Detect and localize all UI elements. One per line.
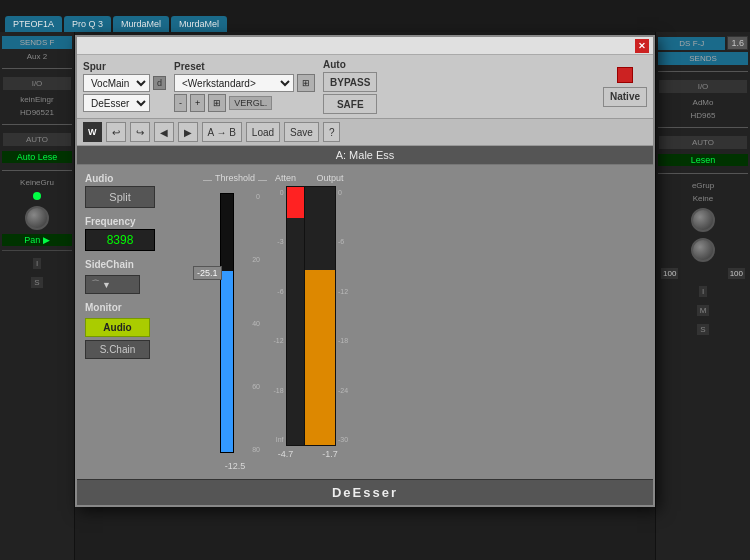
ab-button[interactable]: A → B — [202, 122, 242, 142]
daw-knob-right1[interactable] — [691, 208, 715, 232]
daw-kein-label: keinEingr — [2, 94, 72, 105]
daw-i-btn[interactable]: I — [32, 257, 42, 270]
atten-scale-18: -18 — [266, 387, 284, 394]
atten-scale-12: -12 — [266, 337, 284, 344]
preset-label: Preset — [174, 61, 315, 72]
redo-button[interactable]: ↪ — [130, 122, 150, 142]
monitor-section: Monitor Audio S.Chain — [85, 302, 195, 359]
copy-btn[interactable]: ⊞ — [208, 94, 226, 112]
daw-right-auto: AUTO — [658, 135, 748, 150]
close-button[interactable]: ✕ — [635, 39, 649, 53]
spur-label: Spur — [83, 61, 166, 72]
threshold-handle[interactable]: -25.1 — [193, 266, 222, 280]
save-button[interactable]: Save — [284, 122, 319, 142]
daw-right-sends: DS F-J — [658, 37, 725, 50]
daw-s-btn[interactable]: S — [30, 276, 43, 289]
back-button[interactable]: ◀ — [154, 122, 174, 142]
threshold-bottom-value: -12.5 — [225, 461, 246, 471]
scale-20: 20 — [248, 256, 260, 263]
preset-dropdown[interactable]: <Werkstandard> — [174, 74, 294, 92]
vergl-label[interactable]: VERGL. — [229, 96, 272, 110]
atten-scale-inf: Inf — [266, 436, 284, 443]
split-button[interactable]: Split — [85, 186, 155, 208]
daw-left-strip: SENDS F Aux 2 I/O keinEingr HD96521 AUTO… — [0, 32, 75, 560]
daw-pan-label: Pan ▶ — [2, 234, 72, 246]
monitor-label: Monitor — [85, 302, 195, 313]
daw-indicator — [33, 192, 41, 200]
output-scale-18: -18 — [338, 337, 356, 344]
atten-scale-0: 0 — [266, 189, 284, 196]
daw-right-s2-btn[interactable]: S — [696, 323, 709, 336]
daw-right-sends2: SENDS — [658, 52, 748, 65]
bottom-bar: DeEsser — [77, 479, 653, 505]
channel-suffix: d — [153, 76, 166, 90]
preset-name-bar: A: Male Ess — [77, 146, 653, 165]
meters-area: — Threshold — 0 20 40 60 80 — [203, 173, 645, 471]
native-button[interactable]: Native — [603, 87, 647, 107]
output-meter — [304, 186, 336, 446]
threshold-section: — Threshold — 0 20 40 60 80 — [203, 173, 267, 471]
daw-fader-val: 1.6 — [727, 36, 748, 50]
output-bottom-value: -1.7 — [322, 449, 338, 459]
forward-button[interactable]: ▶ — [178, 122, 198, 142]
daw-right-i-btn[interactable]: I — [698, 285, 708, 298]
plugin-dropdown[interactable]: DeEsser — [83, 94, 150, 112]
preset-copy-btn[interactable]: ⊞ — [297, 74, 315, 92]
daw-right-auto-sub: Lesen — [658, 154, 748, 166]
atten-bottom-value: -4.7 — [278, 449, 294, 459]
scale-40: 40 — [248, 320, 260, 327]
audio-label: Audio — [85, 173, 195, 184]
daw-tab-4[interactable]: MurdaMel — [171, 16, 227, 32]
daw-tab-2[interactable]: Pro Q 3 — [64, 16, 111, 32]
daw-auto-sub: Auto Lese — [2, 151, 72, 163]
help-button[interactable]: ? — [323, 122, 341, 142]
daw-right-m-btn[interactable]: M — [696, 304, 711, 317]
sidechain-label: SideChain — [85, 259, 195, 270]
top-controls: Spur VocMain d DeEsser Preset <Werkstand… — [77, 55, 653, 119]
undo-button[interactable]: ↩ — [106, 122, 126, 142]
sidechain-section: SideChain ⌒ ▼ — [85, 259, 195, 294]
frequency-display[interactable]: 8398 — [85, 229, 155, 251]
output-scale-12: -12 — [338, 288, 356, 295]
daw-auto-label: AUTO — [2, 132, 72, 147]
filter-dropdown-icon: ▼ — [102, 280, 111, 290]
output-scale-0: 0 — [338, 189, 356, 196]
atten-label: Atten — [275, 173, 296, 183]
daw-hd3: HD965 — [658, 110, 748, 121]
daw-knob-right2[interactable] — [691, 238, 715, 262]
bypass-button[interactable]: BYPASS — [323, 72, 377, 92]
plugin-window: ✕ Spur VocMain d DeEsser Preset <W — [75, 35, 655, 507]
red-indicator — [617, 67, 633, 83]
threshold-slider-area[interactable]: 0 20 40 60 80 -25.1 — [210, 188, 260, 458]
monitor-schain-button[interactable]: S.Chain — [85, 340, 150, 359]
threshold-label: Threshold — [215, 173, 255, 183]
preset-group: Preset <Werkstandard> ⊞ - + ⊞ VERGL. — [174, 61, 315, 112]
output-section: Output 0 -6 -12 -18 -24 -30 — [304, 173, 356, 471]
plus-btn[interactable]: + — [190, 94, 205, 112]
load-button[interactable]: Load — [246, 122, 280, 142]
output-scale-24: -24 — [338, 387, 356, 394]
arrow-left-icon: — — [203, 175, 212, 185]
output-scale-6: -6 — [338, 238, 356, 245]
waves-logo: W — [83, 122, 102, 142]
safe-button[interactable]: SAFE — [323, 94, 377, 114]
minus-btn[interactable]: - — [174, 94, 187, 112]
monitor-audio-button[interactable]: Audio — [85, 318, 150, 337]
daw-right-io: I/O — [658, 79, 748, 94]
daw-admo: AdMo — [658, 97, 748, 108]
output-scale-30: -30 — [338, 436, 356, 443]
daw-tab-1[interactable]: PTEOF1A — [5, 16, 62, 32]
scale-80: 80 — [248, 446, 260, 453]
daw-right-strip: DS F-J 1.6 SENDS I/O AdMo HD965 AUTO Les… — [655, 32, 750, 560]
daw-pan-val: 100 — [660, 267, 679, 280]
daw-pan2-val: 100 — [727, 267, 746, 280]
sidechain-filter-btn[interactable]: ⌒ ▼ — [85, 275, 140, 294]
channel-dropdown[interactable]: VocMain — [83, 74, 150, 92]
atten-scale-3: -3 — [266, 238, 284, 245]
filter-curve-icon: ⌒ — [91, 278, 100, 291]
frequency-label: Frequency — [85, 216, 195, 227]
daw-tab-3[interactable]: MurdaMel — [113, 16, 169, 32]
daw-sends-label: SENDS F — [2, 36, 72, 49]
daw-top-tabs: PTEOF1A Pro Q 3 MurdaMel MurdaMel — [0, 0, 750, 32]
daw-knob-left[interactable] — [25, 206, 49, 230]
